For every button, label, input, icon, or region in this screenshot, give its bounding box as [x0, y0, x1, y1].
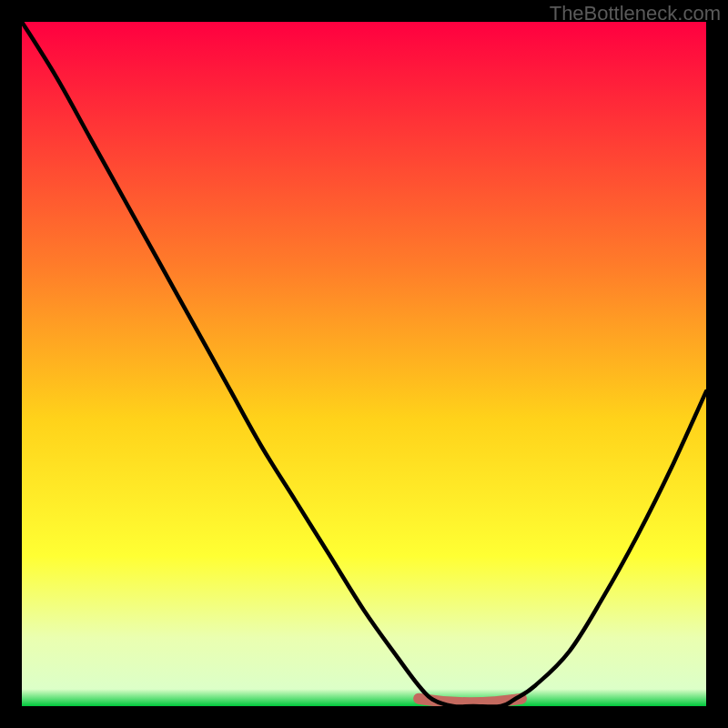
plot-frame	[22, 22, 706, 706]
bottleneck-curve	[22, 22, 706, 706]
plot-area	[22, 22, 706, 706]
watermark-text: TheBottleneck.com	[550, 2, 721, 25]
curve-layer	[22, 22, 706, 706]
chart-root: TheBottleneck.com	[0, 0, 728, 728]
